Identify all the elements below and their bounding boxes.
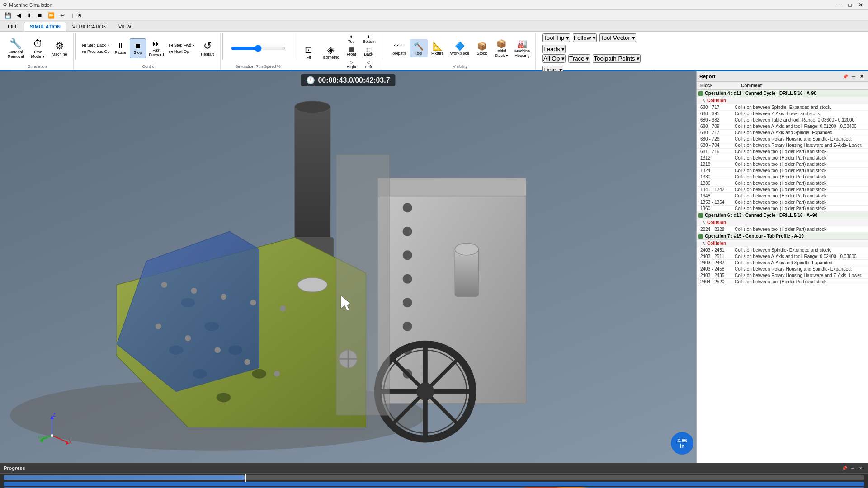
sim-speed-label: Simulation Run Speed % (236, 63, 281, 69)
report-panel: Report 📌 ─ ✕ Block Comment Operation 4 :… (696, 71, 868, 463)
tab-view[interactable]: VIEW (113, 22, 137, 31)
quick-access-toolbar: 💾 ◀ ⏸ ⏹ ⏩ ↩ | 🖱 (0, 10, 868, 21)
toolpath-vis-button[interactable]: 〰 Toolpath (388, 40, 409, 57)
section-label: Collision (707, 98, 726, 103)
operation-row[interactable]: Operation 4 : #11 - Canned Cycle - DRILL… (697, 90, 868, 97)
comment-cell: Collision between tool (Holder Part) and… (733, 193, 868, 199)
stop-qa-button[interactable]: ⏹ (35, 11, 44, 19)
pause-button[interactable]: ⏸ Pause (113, 38, 129, 58)
tool-vis-button[interactable]: 🔨 Tool (410, 39, 428, 57)
material-removal-button[interactable]: 🔧 MaterialRemoval (5, 36, 27, 61)
fit-button[interactable]: ⊡ Fit (299, 42, 319, 61)
right-button[interactable]: ▷ Right (343, 59, 359, 70)
operation-label: Operation 4 : #11 - Canned Cycle - DRILL… (705, 91, 816, 96)
restart-button[interactable]: ↺ Restart (198, 38, 217, 58)
svg-point-45 (185, 335, 191, 341)
follow-button[interactable]: Follow ▾ (573, 33, 597, 42)
block-cell: 681 - 716 (697, 149, 733, 155)
trace-button[interactable]: Trace ▾ (568, 54, 590, 63)
report-body[interactable]: Operation 4 : #11 - Canned Cycle - DRILL… (697, 90, 868, 463)
left-button[interactable]: ◁ Left (360, 59, 377, 70)
fast-forward-button[interactable]: ⏭ FastForward (147, 38, 166, 58)
stop-button[interactable]: ⏹ Stop (130, 38, 146, 58)
svg-point-43 (280, 305, 286, 311)
tool-tip-button[interactable]: Tool Tip ▾ (542, 33, 570, 42)
back-view-button[interactable]: ⬚ Back (360, 46, 377, 58)
tab-file[interactable]: FILE (2, 22, 24, 31)
initial-stock-vis-button[interactable]: 📦 InitialStock ▾ (492, 37, 511, 60)
save-button[interactable]: 💾 (3, 11, 13, 19)
comment-column-header: Comment (739, 83, 866, 89)
comment-cell: Collision between Table and tool. Range:… (733, 117, 868, 123)
leads-button[interactable]: Leads ▾ (542, 45, 566, 53)
forward-qa-button[interactable]: ⏩ (46, 11, 57, 19)
viewport[interactable]: 🕐 00:08:43.0/00:42:03.7 Z X Front (0, 71, 696, 463)
tab-simulation[interactable]: SIMULATION (24, 22, 66, 31)
comment-cell: Collision between Rotary Housing Hardwar… (733, 142, 868, 148)
isometric-button[interactable]: ◈ Isometric (320, 42, 343, 61)
views-group: ⊡ Fit ◈ Isometric ⬆ Top ⬇ Bottom (296, 33, 381, 70)
front-button[interactable]: ⬛ Front (343, 46, 359, 58)
progress-minimize-button[interactable]: ─ (849, 465, 856, 472)
stock-vis-button[interactable]: 📦 Stock (473, 39, 491, 57)
maximize-button[interactable]: □ (845, 1, 854, 9)
svg-rect-2 (378, 178, 526, 404)
machine-scene-svg (0, 71, 696, 463)
block-cell: 2403 - 2435 (697, 272, 733, 278)
collapse-icon[interactable]: ∧ (702, 98, 705, 103)
titlebar: ⚙ Machine Simulation ─ □ ✕ (0, 0, 868, 10)
collapse-icon[interactable]: ∧ (702, 220, 705, 225)
step-back-button[interactable]: ⏮ Step Back ▾ (80, 42, 111, 48)
svg-point-47 (244, 359, 250, 365)
progress-track[interactable] (4, 475, 864, 480)
back-button[interactable]: ◀ (15, 11, 23, 19)
comment-cell: Collision between tool (Holder Part) and… (733, 187, 868, 192)
all-op-button[interactable]: All Op ▾ (542, 54, 566, 63)
svg-point-30 (252, 369, 266, 379)
svg-rect-3 (378, 178, 526, 196)
operation-row[interactable]: Operation 7 : #15 - Contour - Tab Profil… (697, 233, 868, 240)
previous-op-button[interactable]: ⏮ Previous Op (80, 49, 112, 54)
left-icon: ◁ (367, 60, 370, 65)
cursor-button[interactable]: 🖱 (75, 11, 84, 19)
group-separator-2 (222, 33, 223, 60)
tool-vector-button[interactable]: Tool Vector ▾ (599, 33, 636, 42)
bottom-button[interactable]: ⬇ Bottom (360, 33, 378, 45)
undo-button[interactable]: ↩ (58, 11, 66, 19)
measurement-badge: 3.86 in (671, 432, 693, 455)
stock-vis-icon: 📦 (477, 41, 487, 51)
report-pin-button[interactable]: 📌 (842, 73, 849, 80)
block-cell: 1360 (697, 206, 733, 211)
block-cell: 1330 (697, 174, 733, 180)
machine-button[interactable]: ⚙ Machine (49, 38, 71, 58)
table-row: 1341 - 1342 Collision between tool (Hold… (697, 187, 868, 193)
block-cell: 680 - 717 (697, 130, 733, 136)
minimize-button[interactable]: ─ (835, 1, 844, 9)
pause-qa-button[interactable]: ⏸ (24, 11, 33, 19)
workpiece-vis-button[interactable]: 🔷 Workpiece (448, 39, 472, 57)
progress-close-button[interactable]: ✕ (857, 465, 864, 472)
time-mode-button[interactable]: ⏱ TimeMode ▾ (28, 36, 48, 61)
comment-cell: Collision between A-Axis and tool. Range… (733, 123, 868, 129)
block-cell: 680 - 726 (697, 136, 733, 142)
progress-pin-button[interactable]: 📌 (841, 465, 848, 472)
operation-row[interactable]: Operation 6 : #13 - Canned Cycle - DRILL… (697, 212, 868, 219)
progress-thumb[interactable] (245, 474, 246, 482)
collapse-icon[interactable]: ∧ (702, 241, 705, 246)
sim-speed-slider[interactable] (231, 45, 285, 52)
table-row: 2403 - 2435 Collision between Rotary Hou… (697, 272, 868, 279)
table-row: 680 - 717 Collision between Spindle- Exp… (697, 104, 868, 111)
isometric-icon: ◈ (327, 44, 334, 55)
top-button[interactable]: ⬆ Top (343, 33, 359, 45)
report-close-button[interactable]: ✕ (858, 73, 865, 80)
step-fwd-button[interactable]: ⏭ Step Fwd ▾ (167, 42, 197, 48)
tab-verification[interactable]: VERIFICATION (66, 22, 113, 31)
close-button[interactable]: ✕ (856, 1, 865, 9)
fixture-vis-button[interactable]: 📐 Fixture (429, 39, 447, 57)
next-op-button[interactable]: ⏭ Next Op (167, 49, 191, 54)
report-minimize-button[interactable]: ─ (850, 73, 857, 80)
machine-housing-vis-button[interactable]: 🏭 MachineHousing (512, 37, 533, 60)
report-header: Report 📌 ─ ✕ (697, 71, 868, 82)
toolpath-points-button[interactable]: Toolpath Points ▾ (593, 54, 641, 63)
block-cell: 680 - 717 (697, 104, 733, 110)
